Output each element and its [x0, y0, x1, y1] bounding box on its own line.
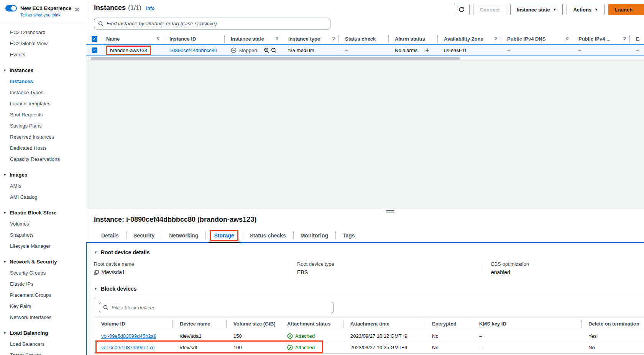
alarm-status-value: No alarms — [395, 47, 417, 53]
collapse-triangle-icon: ▼ — [3, 173, 7, 177]
tab-details[interactable]: Details — [94, 229, 126, 242]
sort-caret-icon[interactable]: ▽ — [157, 37, 159, 41]
connect-button[interactable]: Connect — [473, 4, 506, 15]
volume-id-link[interactable]: vol-0cf251987db9de17e — [101, 345, 155, 350]
sidebar-item-savings-plans[interactable]: Savings Plans — [0, 120, 86, 131]
block-devices-filter-input[interactable] — [112, 305, 330, 311]
sidebar-section-instances[interactable]: ▼Instances — [0, 65, 86, 76]
tab-status-checks[interactable]: Status checks — [243, 229, 293, 242]
sidebar-item-snapshots[interactable]: Snapshots — [0, 229, 86, 240]
new-experience-toggle[interactable] — [5, 5, 17, 11]
instance-row[interactable]: ✓ brandon-aws123 i-0890cef44dbbbcc80 Sto… — [86, 44, 644, 56]
sidebar-item-spot-requests[interactable]: Spot Requests — [0, 109, 86, 120]
sidebar-section-ebs[interactable]: ▼Elastic Block Store — [0, 207, 86, 218]
select-all-checkbox[interactable]: ✓ — [92, 36, 97, 42]
sidebar-item-network-interfaces[interactable]: Network Interfaces — [0, 312, 86, 323]
tab-networking[interactable]: Networking — [162, 229, 205, 242]
resize-handle-icon[interactable] — [386, 210, 394, 214]
storage-tab-annotation: Storage — [210, 230, 238, 241]
storage-tab-content: ▼ Root device details Root device name /… — [86, 242, 644, 355]
sort-caret-icon[interactable]: ▽ — [276, 37, 278, 41]
search-input[interactable] — [107, 21, 326, 26]
detail-tabs: Details Security Networking Storage Stat… — [94, 229, 644, 242]
tab-tags[interactable]: Tags — [335, 229, 362, 242]
sort-caret-icon[interactable]: ▽ — [332, 37, 335, 41]
tab-security[interactable]: Security — [126, 229, 162, 242]
collapse-triangle-icon: ▼ — [3, 260, 7, 264]
instance-count: (1/1) — [128, 4, 141, 12]
launch-instances-button[interactable]: Launch — [608, 4, 644, 15]
public-ipv4-value: – — [578, 47, 581, 53]
split-divider[interactable] — [86, 209, 644, 212]
block-devices-table: Volume ID Device name Volume size (GiB) … — [94, 317, 644, 353]
availability-zone-value: us-east-1f — [444, 47, 466, 53]
block-devices-section-header[interactable]: ▼ Block devices — [94, 286, 644, 292]
instance-id-link[interactable]: i-0890cef44dbbbcc80 — [169, 47, 217, 53]
row-checkbox[interactable]: ✓ — [92, 47, 97, 53]
refresh-button[interactable] — [454, 4, 470, 15]
root-device-section-header[interactable]: ▼ Root device details — [94, 249, 644, 255]
sidebar-item-lifecycle-manager[interactable]: Lifecycle Manager — [0, 240, 86, 252]
instance-type-value: t3a.medium — [288, 47, 314, 53]
scrollbar-thumb[interactable] — [91, 57, 460, 60]
block-devices-filter[interactable] — [99, 302, 334, 313]
copy-icon[interactable] — [94, 270, 99, 275]
instances-table-header: ✓ Name▽ Instance ID Instance state▽ Inst… — [86, 33, 644, 44]
sidebar-item-launch-templates[interactable]: Launch Templates — [0, 98, 86, 109]
volume-id-link[interactable]: vol-09e5d83099d45b2a8 — [101, 333, 156, 339]
sidebar-item-reserved-instances[interactable]: Reserved Instances — [0, 131, 86, 142]
sidebar-item-dedicated-hosts[interactable]: Dedicated Hosts — [0, 142, 86, 154]
search-row — [86, 15, 644, 33]
sidebar-section-images[interactable]: ▼Images — [0, 169, 86, 180]
sidebar-item-security-groups[interactable]: Security Groups — [0, 267, 86, 278]
instance-state-value: Stopped — [238, 47, 257, 53]
root-device-name-value: /dev/sda1 — [102, 269, 125, 275]
sidebar-item-key-pairs[interactable]: Key Pairs — [0, 301, 86, 312]
search-icon — [98, 21, 104, 26]
add-alarm-plus-icon[interactable]: + — [425, 46, 429, 54]
new-experience-label: New EC2 Experience — [20, 5, 72, 11]
tab-monitoring[interactable]: Monitoring — [293, 229, 335, 242]
instance-search[interactable] — [94, 18, 330, 29]
instances-table: ✓ Name▽ Instance ID Instance state▽ Inst… — [86, 33, 644, 56]
sidebar-item-events[interactable]: Events — [0, 49, 86, 60]
sidebar-item-capacity-reservations[interactable]: Capacity Reservations — [0, 154, 86, 165]
zoom-out-icon[interactable] — [271, 47, 277, 53]
ebs-optimization-value: enabled — [491, 269, 510, 275]
sort-caret-icon[interactable]: ▽ — [623, 37, 626, 41]
sort-caret-icon[interactable]: ▽ — [495, 37, 497, 41]
sidebar-item-target-groups[interactable]: Target Groups — [0, 350, 86, 355]
caret-down-icon: ▼ — [595, 8, 598, 11]
tab-storage[interactable]: Storage — [205, 229, 242, 242]
sidebar-section-network-security[interactable]: ▼Network & Security — [0, 256, 86, 267]
sidebar-item-ami-catalog[interactable]: AMI Catalog — [0, 191, 86, 203]
actions-button[interactable]: Actions▼ — [567, 4, 605, 15]
sidebar-item-instance-types[interactable]: Instance Types — [0, 87, 86, 98]
sidebar-item-ec2-dashboard[interactable]: EC2 Dashboard — [0, 27, 86, 38]
sidebar-section-load-balancing[interactable]: ▼Load Balancing — [0, 327, 86, 339]
feedback-link[interactable]: Tell us what you think — [20, 13, 80, 17]
page-header: Instances (1/1) Info Connect Instance st… — [86, 0, 644, 15]
collapse-triangle-icon: ▼ — [3, 211, 7, 215]
sort-caret-icon[interactable]: ▽ — [566, 37, 568, 41]
sidebar-item-volumes[interactable]: Volumes — [0, 218, 86, 229]
search-icon — [103, 305, 108, 310]
page-title: Instances — [94, 4, 126, 12]
root-device-type-value: EBS — [297, 269, 308, 275]
sidebar: New EC2 Experience Tell us what you thin… — [0, 0, 86, 355]
info-link[interactable]: Info — [146, 6, 154, 11]
horizontal-scrollbar[interactable] — [86, 56, 644, 61]
ebs-optimization-label: EBS optimization — [491, 261, 636, 267]
sidebar-item-elastic-ips[interactable]: Elastic IPs — [0, 278, 86, 290]
zoom-in-icon[interactable] — [264, 47, 269, 53]
instance-detail-panel: Instance: i-0890cef44dbbbcc80 (brandon-a… — [86, 212, 644, 355]
sidebar-item-instances[interactable]: Instances — [0, 76, 86, 87]
sidebar-item-load-balancers[interactable]: Load Balancers — [0, 339, 86, 350]
sidebar-item-amis[interactable]: AMIs — [0, 180, 86, 191]
close-icon[interactable]: ✕ — [74, 7, 80, 13]
collapse-triangle-icon: ▼ — [3, 331, 7, 335]
sidebar-nav: EC2 Dashboard EC2 Global View Events ▼In… — [0, 22, 86, 355]
sidebar-item-ec2-global-view[interactable]: EC2 Global View — [0, 38, 86, 49]
instance-state-button[interactable]: Instance state▼ — [510, 4, 563, 15]
sidebar-item-placement-groups[interactable]: Placement Groups — [0, 290, 86, 301]
